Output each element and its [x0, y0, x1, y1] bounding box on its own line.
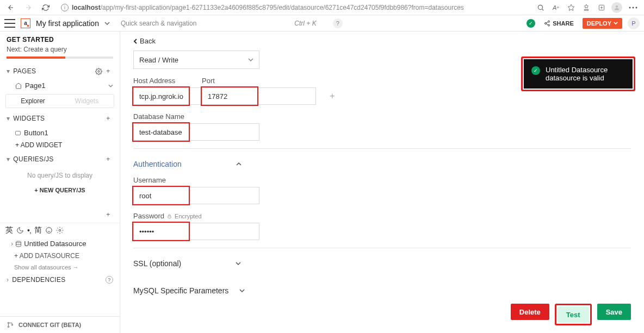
widgets-group[interactable]: ▾ WIDGETS + [0, 110, 120, 127]
connection-mode-select[interactable]: Read / Write [133, 51, 259, 69]
sidebar-item-page1[interactable]: Page1 [0, 79, 120, 92]
datasources-group-partial[interactable]: + [0, 206, 120, 223]
chevron-down-icon [239, 289, 245, 292]
ime-bar: 英 •, 简 [0, 223, 120, 237]
home-icon [15, 83, 22, 89]
add-widget-action[interactable]: + ADD WIDGET [0, 139, 120, 151]
svg-point-7 [545, 22, 547, 24]
git-branch-icon [7, 321, 14, 329]
user-avatar[interactable]: P [628, 17, 640, 29]
add-datasource-action[interactable]: + ADD DATASOURCE [0, 250, 120, 262]
svg-point-11 [59, 229, 61, 231]
punctuation-icon[interactable]: •, [27, 226, 31, 235]
collections-icon[interactable] [596, 2, 607, 13]
status-ok-icon: ✓ [527, 19, 535, 28]
ssl-section-header[interactable]: SSL (optional) [133, 256, 631, 271]
quick-search[interactable]: Quick search & navigation Ctrl + K [115, 17, 322, 29]
profile-avatar[interactable] [611, 2, 622, 13]
quick-search-shortcut: Ctrl + K [294, 20, 316, 27]
svg-point-3 [629, 7, 631, 8]
encrypted-label: Encrypted [175, 213, 202, 219]
connect-git-footer[interactable]: CONNECT GIT (BETA) [0, 316, 120, 333]
chevron-up-icon [236, 162, 242, 166]
app-logo: a [21, 18, 30, 28]
port-input[interactable] [202, 87, 316, 105]
sidebar-item-datasource[interactable]: › Untitled Datasource [0, 237, 120, 250]
progress-bar [7, 56, 113, 59]
svg-point-4 [633, 7, 634, 8]
svg-point-13 [8, 322, 9, 323]
svg-point-12 [16, 241, 21, 243]
check-icon: ✓ [531, 66, 540, 75]
show-all-datasources[interactable]: Show all datasources → [0, 262, 120, 273]
delete-button[interactable]: Delete [511, 304, 549, 320]
new-query-action[interactable]: + NEW QUERY/JS [0, 184, 120, 197]
svg-point-5 [636, 7, 637, 8]
tab-explorer[interactable]: Explorer [6, 95, 60, 108]
search-in-page-icon[interactable] [535, 2, 546, 13]
menu-icon[interactable] [4, 19, 15, 28]
gear-icon[interactable] [94, 66, 103, 76]
add-page-icon[interactable]: + [103, 66, 113, 76]
refresh-icon[interactable] [39, 1, 52, 14]
chevron-down-icon: ▾ [7, 115, 10, 122]
favorite-icon[interactable] [566, 2, 577, 13]
read-aloud-icon[interactable]: A» [550, 2, 561, 13]
database-icon [15, 241, 22, 247]
chevron-down-icon: ▾ [7, 155, 10, 163]
add-endpoint-icon[interactable]: + [327, 91, 338, 102]
quick-search-placeholder: Quick search & navigation [121, 20, 196, 27]
footer-actions: Delete Test Save [511, 304, 631, 325]
authentication-section-header[interactable]: Authentication [133, 156, 631, 172]
sidebar-tabs: Explorer Widgets [5, 94, 114, 108]
host-label: Host Address [133, 77, 189, 85]
database-input[interactable] [133, 123, 259, 141]
url-bar[interactable]: i localhost/app/my-first-application/pag… [57, 2, 531, 14]
add-query-icon[interactable]: + [103, 154, 113, 164]
back-button[interactable]: Back [133, 37, 631, 45]
settings-icon[interactable] [56, 227, 64, 234]
chevron-down-icon [236, 262, 241, 265]
save-button[interactable]: Save [597, 304, 631, 320]
validation-toast: ✓ Untitled Datasource datasource is vali… [524, 59, 633, 89]
more-icon[interactable] [627, 2, 640, 13]
mysql-params-section-header[interactable]: MySQL Specific Parameters [133, 283, 631, 298]
svg-point-8 [548, 24, 550, 26]
port-label: Port [202, 77, 338, 85]
app-title-chevron-icon[interactable] [104, 22, 110, 25]
sidebar: GET STARTED Next: Create a query ▾ PAGES… [0, 32, 120, 333]
svg-point-9 [97, 70, 99, 72]
svg-point-6 [548, 21, 550, 22]
deploy-button[interactable]: DEPLOY [583, 18, 622, 29]
back-nav-icon[interactable] [4, 1, 17, 14]
pages-group[interactable]: ▾ PAGES + [0, 63, 120, 79]
svg-rect-16 [168, 216, 171, 218]
add-widget-icon[interactable]: + [103, 114, 113, 123]
help-dependencies-icon[interactable]: ? [106, 276, 113, 284]
expand-icon: › [11, 240, 13, 248]
add-datasource-icon[interactable]: + [103, 210, 113, 219]
username-input[interactable] [133, 187, 259, 204]
test-button[interactable]: Test [558, 306, 589, 323]
next-step[interactable]: Next: Create a query [7, 46, 113, 53]
help-icon[interactable]: ? [333, 18, 343, 28]
favorites-bar-icon[interactable] [581, 2, 592, 13]
url-host: localhost [72, 4, 101, 11]
smiley-icon[interactable] [45, 227, 53, 234]
svg-point-15 [11, 324, 13, 325]
toast-highlight: ✓ Untitled Datasource datasource is vali… [521, 56, 635, 91]
queries-group[interactable]: ▾ QUERIES/JS + [0, 151, 120, 167]
password-label: Password [133, 212, 164, 220]
password-input[interactable] [133, 223, 259, 240]
svg-point-10 [46, 228, 52, 234]
chevron-down-icon [248, 58, 253, 61]
sidebar-item-button1[interactable]: Button1 [0, 127, 120, 139]
dependencies-group[interactable]: › DEPENDENCIES ? [0, 273, 120, 287]
chevron-down-icon [108, 84, 113, 87]
share-button[interactable]: SHARE [541, 19, 577, 28]
queries-empty: No query/JS to display [0, 167, 120, 184]
moon-icon[interactable] [16, 227, 24, 234]
tab-widgets[interactable]: Widgets [60, 95, 114, 108]
username-label: Username [133, 176, 189, 184]
forward-nav-icon[interactable] [22, 1, 35, 14]
